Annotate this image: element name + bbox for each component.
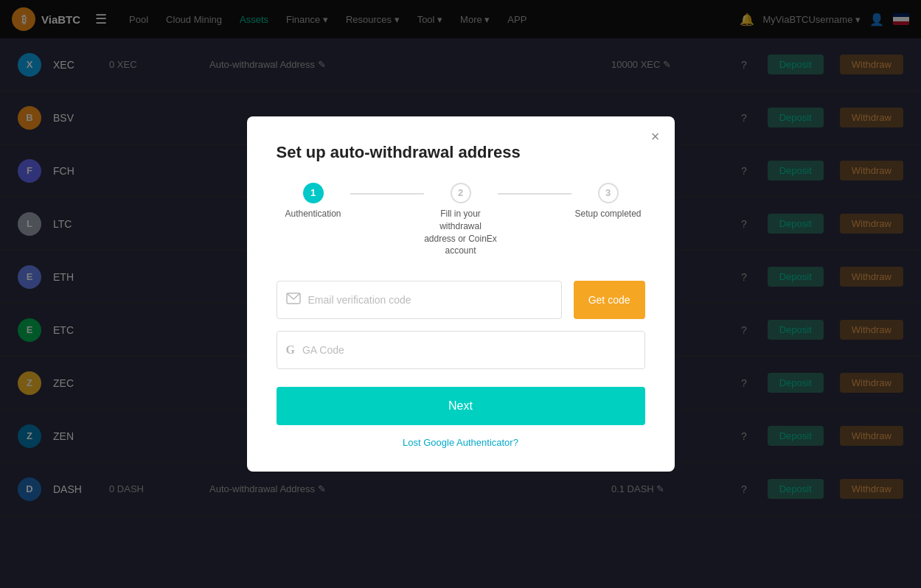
ga-input-group: G <box>277 331 645 369</box>
lost-ga-link[interactable]: Lost Google Authenticator? <box>277 437 645 448</box>
step-label-3: Setup completed <box>574 208 641 220</box>
email-input-row: Get code <box>277 281 645 319</box>
step-label-2: Fill in your withdrawal address or CoinE… <box>424 208 498 257</box>
ga-icon: G <box>286 343 295 357</box>
get-code-button[interactable]: Get code <box>574 281 645 319</box>
step-circle-2: 2 <box>451 183 471 203</box>
step-connector-1 <box>350 193 424 195</box>
step-3: 3 Setup completed <box>571 183 645 220</box>
ga-code-input[interactable] <box>302 344 636 356</box>
email-input-group <box>277 281 562 319</box>
steps-container: 1 Authentication 2 Fill in your withdraw… <box>277 183 645 257</box>
step-2: 2 Fill in your withdrawal address or Coi… <box>424 183 498 257</box>
modal-title: Set up auto-withdrawal address <box>277 143 645 162</box>
close-button[interactable]: × <box>651 128 660 145</box>
modal-overlay: × Set up auto-withdrawal address 1 Authe… <box>0 0 921 588</box>
modal: × Set up auto-withdrawal address 1 Authe… <box>247 116 675 472</box>
step-circle-3: 3 <box>598 183 619 203</box>
next-button[interactable]: Next <box>277 387 645 425</box>
email-verification-input[interactable] <box>308 294 552 306</box>
email-icon <box>286 293 301 308</box>
step-label-1: Authentication <box>285 208 341 220</box>
step-circle-1: 1 <box>303 183 324 203</box>
step-1: 1 Authentication <box>277 183 350 220</box>
step-connector-2 <box>498 193 571 195</box>
